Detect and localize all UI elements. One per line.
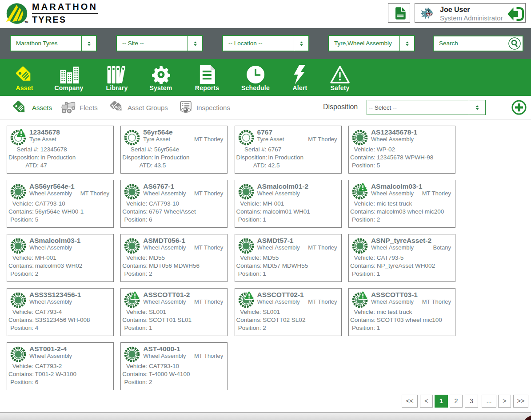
svg-text:TM: TM — [25, 21, 28, 24]
